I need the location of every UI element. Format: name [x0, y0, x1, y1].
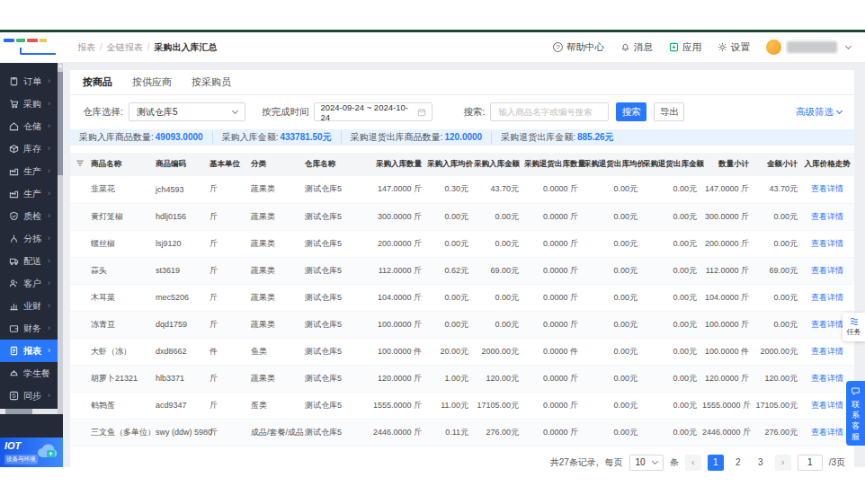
chevron-right-icon: ›	[48, 257, 50, 265]
cell-amount-subtotal: 0.00元	[752, 311, 800, 338]
breadcrumb-item[interactable]: 全链报表	[107, 41, 155, 54]
search-input[interactable]	[490, 102, 609, 121]
cell-amount-subtotal: 0.00元	[752, 284, 800, 311]
sidebar-horizontal-scrollbar[interactable]	[0, 409, 63, 414]
page-jump-input[interactable]: 1	[798, 455, 823, 471]
table-row: 鹌鹑蛋 acd9347 斤 蛋类 测试仓库5 1555.0000 斤 11.00…	[70, 392, 854, 419]
cell-amount-subtotal: 17105.00元	[752, 392, 800, 419]
sidebar-item[interactable]: 生产 ›	[0, 182, 58, 205]
summary-item: 采购退货出库金额:885.26元	[491, 131, 622, 144]
sidebar-item[interactable]: 采购 ›	[0, 93, 58, 115]
chevron-right-icon: ›	[48, 279, 50, 287]
view-detail-link[interactable]: 查看详情	[811, 212, 843, 221]
apps-button[interactable]: 应用	[669, 41, 701, 54]
sidebar-item[interactable]: 库存 ›	[0, 137, 58, 160]
page-number-button[interactable]: 2	[730, 455, 746, 471]
warehouse-select[interactable]: 测试仓库5	[129, 102, 245, 121]
cell-purchase-in-qty: 300.0000 斤	[367, 203, 424, 230]
page-number-button[interactable]: 3	[753, 455, 769, 471]
sidebar-item[interactable]: 财务 ›	[0, 317, 58, 340]
tab[interactable]: 按采购员	[192, 75, 231, 94]
cell-purchase-in-amount: 43.70元	[471, 176, 522, 203]
sidebar-item[interactable]: 质检 ›	[0, 205, 58, 227]
sidebar-item[interactable]: 仓储 ›	[0, 115, 58, 137]
view-detail-link[interactable]: 查看详情	[811, 401, 843, 410]
cell-return-out-amount: 0.00元	[640, 311, 700, 338]
tab[interactable]: 按供应商	[132, 75, 172, 94]
user-menu[interactable]	[766, 40, 851, 55]
sidebar-item[interactable]: 配送 ›	[0, 250, 58, 272]
next-page-button[interactable]	[775, 455, 791, 471]
cell-unit: 斤	[207, 419, 248, 446]
sidebar-item[interactable]: 分拣 ›	[0, 227, 58, 250]
cell-warehouse: 测试仓库5	[302, 203, 367, 230]
tab[interactable]: 按商品	[83, 75, 112, 94]
sidebar-item[interactable]: 客户 ›	[0, 272, 58, 295]
cell-amount-subtotal: 276.00元	[752, 419, 800, 446]
cell-qty-subtotal: 300.0000 斤	[700, 203, 752, 230]
cell-purchase-in-qty: 100.0000 件	[367, 338, 424, 365]
header-actions: ? 帮助中心 消息 应用 设置	[553, 40, 865, 55]
sidebar-item[interactable]: 业财 ›	[0, 295, 58, 317]
view-detail-link[interactable]: 查看详情	[811, 239, 843, 248]
chevron-right-icon: ›	[48, 347, 50, 355]
sidebar-item[interactable]: 同步 ›	[0, 385, 58, 407]
summary-item: 采购退货出库商品数量:120.0000	[341, 131, 492, 144]
cell-product-code: hdlj0156	[153, 203, 207, 230]
sidebar-item[interactable]: 学生餐 ›	[0, 362, 58, 385]
cell-purchase-in-qty: 200.0000 斤	[367, 230, 424, 257]
cell-product-name: 螺丝椒	[88, 230, 153, 257]
cell-amount-subtotal: 0.00元	[752, 230, 800, 257]
search-label: 搜索:	[463, 106, 485, 119]
sidebar-item[interactable]: 生产 ›	[0, 160, 58, 182]
messages-button[interactable]: 消息	[620, 41, 653, 54]
factory-icon	[9, 166, 19, 176]
cell-unit: 斤	[207, 176, 248, 203]
main-content: 按商品 按供应商 按采购员 仓库选择: 测试仓库5 按完成时间 2024-09-…	[63, 63, 865, 467]
advanced-filter-toggle[interactable]: 高级筛选	[796, 106, 842, 119]
page-number-button[interactable]: 1	[708, 455, 724, 471]
contact-support-widget[interactable]: 联系客服	[846, 381, 865, 446]
view-detail-link[interactable]: 查看详情	[811, 293, 843, 302]
column-header: 商品名称	[88, 153, 153, 176]
shield-check-icon	[9, 211, 19, 221]
view-detail-link[interactable]: 查看详情	[811, 184, 843, 193]
per-page-select[interactable]: 10	[629, 455, 664, 471]
view-detail-link[interactable]: 查看详情	[811, 320, 843, 329]
view-detail-link[interactable]: 查看详情	[811, 374, 843, 383]
cell-category: 蔬果类	[248, 257, 302, 284]
help-center-button[interactable]: ? 帮助中心	[553, 41, 604, 54]
column-header: 采购退货出库数量	[522, 153, 581, 176]
column-header: 采购退货出库均价	[581, 153, 640, 176]
cell-return-out-amount: 0.00元	[640, 257, 700, 284]
sidebar-item[interactable]: 订单 ›	[0, 70, 58, 93]
chevron-right-icon: ›	[48, 392, 50, 400]
sidebar: 订单 › 采购 › 仓储 › 库存 › 生产 › 生产 › 质检 › 分拣 ›	[0, 63, 63, 467]
view-detail-link[interactable]: 查看详情	[811, 428, 843, 437]
column-header: 商品编码	[153, 153, 207, 176]
view-detail-link[interactable]: 查看详情	[811, 266, 843, 275]
app-logo	[0, 32, 63, 63]
cell-return-out-avg-price: 0.00元	[581, 176, 640, 203]
column-header: 采购入库均价	[424, 153, 471, 176]
task-widget[interactable]: 任务	[843, 313, 865, 341]
cell-product-code: hlb3371	[153, 365, 207, 392]
export-button[interactable]: 导出	[654, 102, 684, 121]
breadcrumb-item[interactable]: 报表	[77, 41, 107, 54]
settings-button[interactable]: 设置	[718, 41, 750, 54]
iot-banner[interactable]: IOT 设备与环境	[0, 438, 63, 467]
date-range-picker[interactable]: 2024-09-24 ~ 2024-10-24	[314, 102, 432, 121]
cell-qty-subtotal: 120.0000 斤	[700, 365, 752, 392]
cell-product-code: acd9347	[153, 392, 207, 419]
table-row: 螺丝椒 lsj9120 斤 蔬果类 测试仓库5 200.0000 斤 0.00元…	[70, 230, 854, 257]
filter-columns-icon[interactable]	[76, 159, 85, 168]
filter-row: 仓库选择: 测试仓库5 按完成时间 2024-09-24 ~ 2024-10-2…	[70, 102, 854, 121]
search-button[interactable]: 搜索	[616, 102, 647, 121]
sidebar-item[interactable]: 报表 ›	[0, 340, 58, 362]
cell-return-out-avg-price: 0.00元	[581, 203, 640, 230]
chevron-right-icon: ›	[48, 190, 50, 198]
prev-page-button[interactable]	[685, 455, 701, 471]
column-header: 采购入库金额	[471, 153, 522, 176]
cell-unit: 斤	[207, 203, 248, 230]
view-detail-link[interactable]: 查看详情	[811, 347, 843, 356]
